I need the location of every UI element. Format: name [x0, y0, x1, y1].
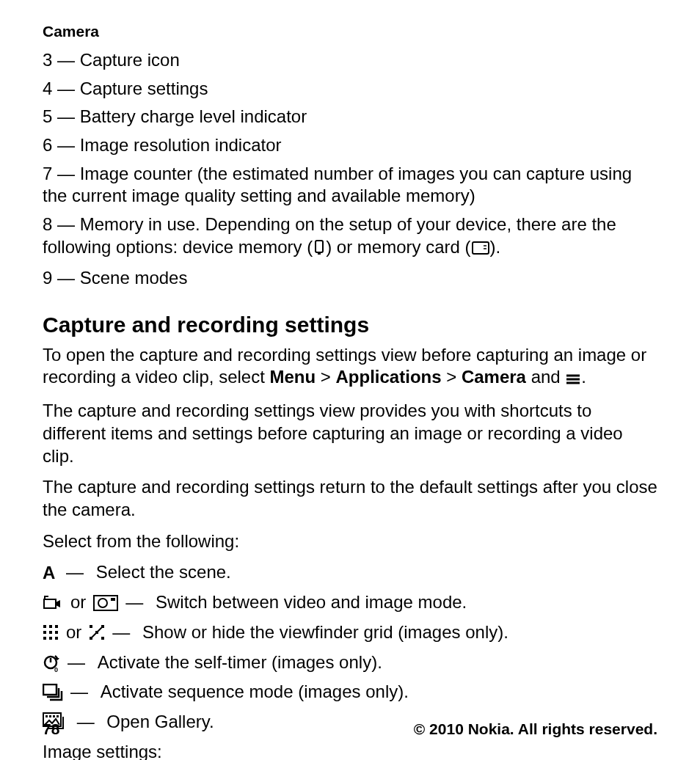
legend-item-4: 4 — Capture settings: [43, 78, 657, 101]
legend-dash: —: [57, 50, 80, 70]
svg-point-14: [98, 599, 107, 607]
paragraph-4: Select from the following:: [43, 530, 657, 553]
legend-text: Image counter (the estimated number of i…: [43, 164, 632, 206]
legend-mid: ) or memory card (: [326, 237, 470, 257]
p1-b: and: [526, 367, 565, 387]
self-timer-icon: 0: [43, 654, 60, 671]
grid-on-icon: [43, 624, 59, 641]
p1-apps: Applications: [336, 367, 442, 387]
svg-rect-0: [316, 241, 323, 252]
legend-dash: —: [57, 106, 80, 126]
p1-gt2: >: [442, 367, 462, 387]
option-dash: —: [125, 591, 148, 614]
legend-dash: —: [57, 164, 80, 183]
legend-dash: —: [57, 214, 80, 234]
option-dash: —: [66, 561, 89, 584]
page-number: 78: [43, 720, 59, 739]
svg-rect-17: [49, 625, 52, 628]
svg-text:0: 0: [54, 666, 58, 672]
svg-rect-40: [56, 715, 59, 717]
legend-num: 7: [43, 164, 52, 183]
legend-tail: ).: [490, 237, 501, 257]
svg-rect-22: [43, 637, 46, 640]
legend-dash: —: [57, 268, 80, 288]
svg-rect-39: [53, 715, 55, 717]
svg-rect-15: [111, 598, 115, 601]
option-sequence: — Activate sequence mode (images only).: [43, 681, 657, 704]
option-dash: —: [112, 621, 135, 644]
legend-dash: —: [57, 78, 80, 98]
svg-rect-24: [55, 637, 58, 640]
memory-card-icon: [471, 238, 490, 261]
legend-item-3: 3 — Capture icon: [43, 49, 657, 72]
option-text: Activate sequence mode (images only).: [101, 681, 409, 704]
paragraph-1: To open the capture and recording settin…: [43, 344, 657, 391]
option-switch: or — Switch between video and image mode…: [43, 591, 657, 614]
p1-menu: Menu: [270, 367, 316, 387]
option-or: or: [70, 591, 86, 614]
option-text: Select the scene.: [96, 561, 231, 584]
legend-item-6: 6 — Image resolution indicator: [43, 134, 657, 157]
footer: 78 © 2010 Nokia. All rights reserved.: [43, 720, 657, 739]
legend-num: 4: [43, 78, 52, 98]
svg-rect-25: [90, 625, 92, 628]
legend-dash: —: [57, 135, 80, 155]
scene-icon: A: [43, 564, 59, 582]
svg-rect-20: [49, 631, 52, 634]
legend-text: Capture settings: [80, 78, 208, 98]
svg-rect-29: [101, 637, 104, 640]
p1-camera: Camera: [462, 367, 526, 387]
svg-rect-16: [43, 625, 46, 628]
option-text: Switch between video and image mode.: [156, 591, 467, 614]
legend-item-7: 7 — Image counter (the estimated number …: [43, 163, 657, 208]
option-or: or: [66, 621, 81, 644]
svg-rect-38: [49, 715, 51, 717]
video-mode-icon: [43, 594, 63, 612]
legend-num: 6: [43, 135, 52, 155]
p1-c: .: [581, 367, 586, 387]
svg-rect-19: [43, 631, 46, 634]
legend-text: Image resolution indicator: [80, 135, 282, 155]
svg-rect-18: [55, 625, 58, 628]
options-menu-icon: [565, 368, 581, 391]
option-timer: 0 — Activate the self-timer (images only…: [43, 651, 657, 674]
option-dash: —: [68, 651, 90, 674]
legend-text: Battery charge level indicator: [80, 106, 307, 126]
legend-item-9: 9 — Scene modes: [43, 267, 657, 290]
legend-num: 5: [43, 106, 52, 126]
option-scene: A — Select the scene.: [43, 561, 657, 584]
legend-item-5: 5 — Battery charge level indicator: [43, 106, 657, 128]
page: Camera 3 — Capture icon 4 — Capture sett…: [0, 0, 700, 760]
legend-text: Capture icon: [80, 50, 180, 70]
paragraph-3: The capture and recording settings retur…: [43, 476, 657, 521]
device-memory-icon: [313, 238, 326, 261]
option-dash: —: [70, 681, 93, 704]
option-text: Show or hide the viewfinder grid (images…: [142, 621, 508, 644]
image-mode-icon: [93, 594, 118, 612]
svg-rect-11: [44, 599, 56, 608]
copyright: © 2010 Nokia. All rights reserved.: [414, 720, 657, 739]
option-text: Activate the self-timer (images only).: [98, 651, 382, 674]
legend-num: 8: [43, 214, 52, 234]
p1-gt1: >: [316, 367, 335, 387]
section-heading: Capture and recording settings: [43, 311, 657, 339]
svg-rect-21: [55, 631, 58, 634]
svg-rect-37: [45, 715, 48, 717]
svg-text:A: A: [43, 564, 55, 582]
legend-text: Scene modes: [80, 268, 188, 288]
legend-item-8: 8 — Memory in use. Depending on the setu…: [43, 213, 657, 260]
option-grid: or — Show or hide the viewfinder grid (i…: [43, 621, 657, 644]
grid-off-icon: [89, 624, 105, 641]
svg-rect-35: [43, 684, 56, 695]
svg-rect-23: [49, 637, 52, 640]
image-settings-label: Image settings:: [43, 741, 657, 760]
svg-rect-1: [318, 252, 321, 255]
legend-num: 3: [43, 50, 52, 70]
running-header: Camera: [43, 22, 657, 42]
sequence-mode-icon: [43, 684, 63, 701]
legend-num: 9: [43, 268, 52, 288]
paragraph-2: The capture and recording settings view …: [43, 400, 657, 467]
